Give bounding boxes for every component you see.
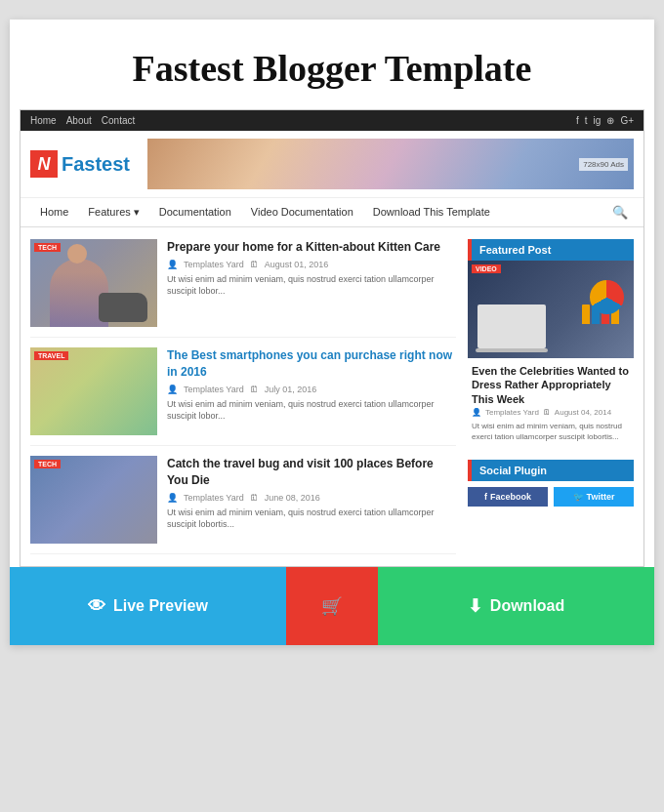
calendar-icon: 🗓 [250,493,259,503]
twitter-button[interactable]: 🐦 Twitter [554,487,634,507]
calendar-icon: 🗓 [250,260,259,269]
download-icon: ⬇ [468,595,482,617]
nav-contact[interactable]: Contact [102,115,135,126]
banner-image [147,139,634,189]
featured-widget-title: Featured Post [468,239,634,261]
post-excerpt: Ut wisi enim ad minim veniam, quis nostr… [167,507,456,531]
chart-visualization [582,275,619,324]
post-meta: 👤 Templates Yard 🗓 July 01, 2016 [167,385,456,394]
post-meta: 👤 Templates Yard 🗓 August 01, 2016 [167,260,456,269]
featured-author: Templates Yard [485,408,539,417]
post-author: Templates Yard [184,493,244,503]
post-date: August 01, 2016 [265,260,329,269]
pinterest-icon[interactable]: ⊕ [606,115,614,126]
social-widget-title: Social Plugin [468,460,634,481]
facebook-icon: f [484,492,487,502]
post-item: TRAVEL The Best smartphones you can purc… [30,347,456,446]
main-nav-download[interactable]: Download This Template [363,198,500,226]
header-banner: 728x90 Ads [147,139,634,189]
thumbnail-image [30,347,157,435]
post-date: June 08, 2016 [265,493,320,503]
logo-text: Fastest [62,153,130,176]
social-plugin-widget: Social Plugin f Facebook 🐦 Twitter [468,460,634,512]
page-title: Fastest Blogger Template [10,20,654,109]
thumbnail-image [30,239,157,327]
featured-post-meta: 👤 Templates Yard 🗓 August 04, 2014 [468,408,634,421]
twitter-icon[interactable]: t [585,115,588,126]
chart-bar [582,304,590,324]
featured-post-image: VIDEO [468,261,634,358]
post-tag: TRAVEL [34,351,68,360]
cart-button[interactable]: 🛒 [286,567,378,645]
featured-post-title[interactable]: Even the Celebrities Wanted to Dress Rat… [468,358,634,408]
post-item: TECH Catch the travel bug and visit 100 … [30,456,456,554]
post-content: The Best smartphones you can purchase ri… [167,347,456,435]
twitter-bird-icon: 🐦 [573,492,584,502]
cart-icon: 🛒 [321,595,343,617]
author-icon: 👤 [167,260,178,269]
post-thumbnail: TRAVEL [30,347,157,435]
main-nav-docs[interactable]: Documentation [149,198,241,226]
thumbnail-image [30,456,157,544]
download-label: Download [490,597,564,615]
nav-about[interactable]: About [66,115,92,126]
outer-wrapper: Fastest Blogger Template Home About Cont… [10,20,654,645]
author-icon: 👤 [472,408,481,417]
author-icon: 👤 [167,493,178,503]
top-nav-links: Home About Contact [30,115,135,126]
download-button[interactable]: ⬇ Download [378,567,654,645]
live-preview-button[interactable]: 👁 Live Preview [10,567,286,645]
social-buttons: f Facebook 🐦 Twitter [468,481,634,512]
post-thumbnail: TECH [30,239,157,327]
featured-post-widget: Featured Post VIDEO [468,239,634,448]
post-title[interactable]: Catch the travel bug and visit 100 place… [167,456,456,489]
top-nav-social: f t ig ⊕ G+ [576,115,634,126]
main-nav-features[interactable]: Features ▾ [78,198,148,226]
logo-area: N Fastest [30,150,138,178]
post-excerpt: Ut wisi enim ad minim veniam, quis nostr… [167,273,456,298]
header-area: N Fastest 728x90 Ads [21,131,643,198]
logo-icon: N [30,150,58,178]
featured-image-sim [468,261,634,358]
main-nav-items: Home Features ▾ Documentation Video Docu… [30,198,606,226]
post-excerpt: Ut wisi enim ad minim veniam, quis nostr… [167,398,456,423]
post-title[interactable]: The Best smartphones you can purchase ri… [167,347,456,381]
main-posts: TECH Prepare your home for a Kitten-abou… [30,239,456,554]
post-item: TECH Prepare your home for a Kitten-abou… [30,239,456,338]
post-meta: 👤 Templates Yard 🗓 June 08, 2016 [167,493,456,503]
calendar-icon: 🗓 [543,408,551,417]
main-nav-home[interactable]: Home [30,198,78,226]
main-nav: Home Features ▾ Documentation Video Docu… [21,198,643,227]
post-content: Catch the travel bug and visit 100 place… [167,456,456,544]
featured-excerpt: Ut wisi enim ad minim veniam, quis nostr… [468,421,634,448]
video-tag: VIDEO [472,264,501,273]
author-icon: 👤 [167,385,178,394]
post-title[interactable]: Prepare your home for a Kitten-about Kit… [167,239,456,256]
main-nav-video-docs[interactable]: Video Documentation [241,198,363,226]
post-tag: TECH [34,460,61,468]
facebook-icon[interactable]: f [576,115,579,126]
googleplus-icon[interactable]: G+ [620,115,634,126]
post-date: July 01, 2016 [265,385,317,394]
post-author: Templates Yard [184,260,244,269]
nav-home[interactable]: Home [30,115,57,126]
action-bar: 👁 Live Preview 🛒 ⬇ Download [10,567,654,645]
post-thumbnail: TECH [30,456,157,544]
search-icon[interactable]: 🔍 [606,199,634,225]
chart-pie [590,280,624,314]
post-content: Prepare your home for a Kitten-about Kit… [167,239,456,327]
calendar-icon: 🗓 [250,385,259,394]
instagram-icon[interactable]: ig [594,115,602,126]
facebook-button[interactable]: f Facebook [468,487,548,507]
post-author: Templates Yard [184,385,244,394]
content-area: TECH Prepare your home for a Kitten-abou… [21,227,643,566]
sidebar: Featured Post VIDEO [468,239,634,554]
preview-container: Home About Contact f t ig ⊕ G+ N Fastest… [20,109,644,567]
preview-label: Live Preview [113,597,208,615]
post-tag: TECH [34,243,61,252]
featured-date: August 04, 2014 [555,408,611,417]
banner-ad-label: 728x90 Ads [579,158,628,171]
eye-icon: 👁 [88,596,105,617]
top-nav-bar: Home About Contact f t ig ⊕ G+ [21,110,643,131]
